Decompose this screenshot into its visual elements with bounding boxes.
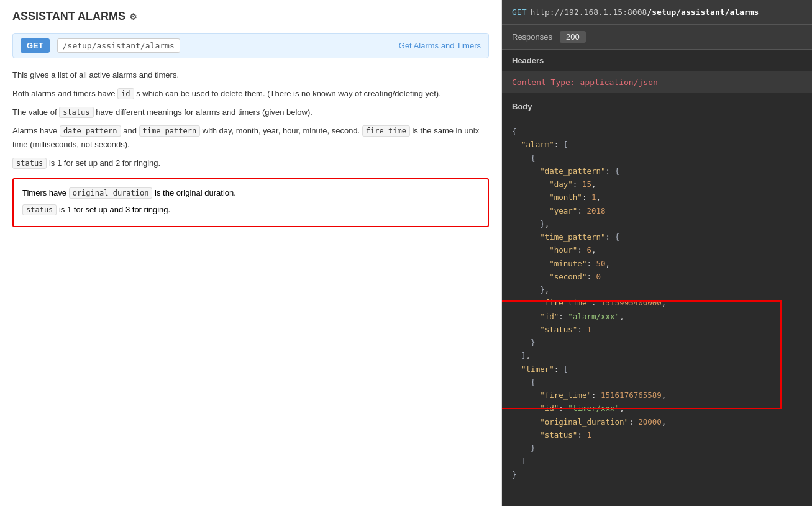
- headers-block: Content-Type: application/json: [502, 71, 812, 93]
- endpoint-bar: GET /setup/assistant/alarms Get Alarms a…: [12, 33, 489, 58]
- desc-date-code: date_pattern: [60, 125, 121, 137]
- desc-line4-mid: and: [121, 126, 139, 135]
- desc-id-code: id: [117, 88, 134, 99]
- page-title-text: ASSISTANT ALARMS: [12, 10, 125, 23]
- desc-time-code: time_pattern: [139, 125, 201, 137]
- desc-status2-code: status: [12, 158, 47, 169]
- timers-line1: Timers have original_duration is the ori…: [22, 186, 479, 201]
- response-code-badge: 200: [560, 31, 586, 43]
- endpoint-path: /setup/assistant/alarms: [57, 38, 180, 53]
- desc-line3: The value of status have different meani…: [12, 106, 489, 119]
- desc-line5-suffix: is 1 for set up and 2 for ringing.: [47, 158, 160, 168]
- body-section: { "alarm": [ { "date_pattern": { "day": …: [502, 117, 812, 489]
- right-panel: GEThttp://192.168.1.15:8008/setup/assist…: [502, 0, 812, 506]
- timers-box: Timers have original_duration is the ori…: [12, 178, 489, 227]
- timers-prefix: Timers have: [22, 188, 69, 197]
- right-method-label: GET: [512, 7, 526, 17]
- endpoint-label[interactable]: Get Alarms and Timers: [399, 41, 481, 50]
- desc-line2: Both alarms and timers have id s which c…: [12, 87, 489, 101]
- desc-line5: status is 1 for set up and 2 for ringing…: [12, 156, 489, 170]
- headers-section-label: Headers: [502, 50, 812, 71]
- desc-line3-suffix: have different meanings for alarms and t…: [94, 107, 312, 117]
- desc-line2-prefix: Both alarms and timers have: [12, 89, 117, 98]
- url-base: http://192.168.1.15:8008: [530, 7, 647, 17]
- desc-line3-prefix: The value of: [12, 107, 59, 117]
- url-path: /setup/assistant/alarms: [647, 7, 759, 17]
- desc-fire-code: fire_time: [362, 125, 410, 137]
- timers-original-code: original_duration: [69, 187, 153, 199]
- page-title: ASSISTANT ALARMS ⚙: [12, 10, 489, 23]
- timers-status-suffix: is 1 for set up and 3 for ringing.: [57, 205, 170, 214]
- response-bar: Responses 200: [502, 25, 812, 50]
- desc-line4-prefix: Alarms have: [12, 126, 60, 135]
- description-block: This gives a list of all active alarms a…: [12, 68, 489, 171]
- desc-line2-mid: s which can be used to delete them. (The…: [134, 89, 441, 98]
- desc-line4-mid2: with day, month, year, hour, minute, sec…: [200, 126, 362, 135]
- api-url: GEThttp://192.168.1.15:8008/setup/assist…: [512, 7, 802, 17]
- responses-label: Responses: [512, 32, 552, 42]
- right-panel-header: GEThttp://192.168.1.15:8008/setup/assist…: [502, 0, 812, 25]
- content-type-header: Content-Type: application/json: [512, 78, 658, 87]
- left-panel: ASSISTANT ALARMS ⚙ GET /setup/assistant/…: [0, 0, 502, 506]
- settings-icon: ⚙: [129, 12, 137, 22]
- desc-status-code: status: [59, 107, 93, 118]
- desc-line1: This gives a list of all active alarms a…: [12, 68, 489, 82]
- method-badge: GET: [21, 38, 50, 53]
- timers-status-code: status: [22, 204, 57, 215]
- json-body: { "alarm": [ { "date_pattern": { "day": …: [512, 125, 802, 481]
- timers-line2: status is 1 for set up and 3 for ringing…: [22, 202, 479, 217]
- desc-line4: Alarms have date_pattern and time_patter…: [12, 124, 489, 151]
- body-section-label: Body: [502, 96, 812, 117]
- timers-suffix: is the original duration.: [152, 188, 235, 197]
